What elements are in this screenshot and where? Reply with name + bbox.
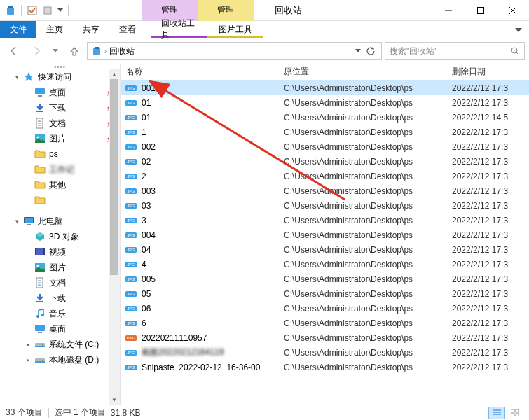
sidebar-item-folder[interactable]: ps (0, 146, 120, 162)
search-placeholder: 搜索"回收站" (390, 46, 510, 57)
file-row[interactable]: JPG03 C:\Users\Administrator\Desktop\ps … (121, 198, 529, 213)
file-row[interactable]: JPG3 C:\Users\Administrator\Desktop\ps 2… (121, 213, 529, 227)
sidebar-item-folder[interactable]: 其他 (0, 177, 120, 192)
sidebar-item-music[interactable]: 音乐 (0, 306, 120, 321)
scroll-down-icon[interactable]: ▼ (109, 395, 120, 405)
address-bar: › 回收站 搜索"回收站" (0, 38, 529, 64)
ribbon-tab-home[interactable]: 主页 (36, 21, 73, 38)
sidebar-item-picture[interactable]: 图片 (0, 260, 120, 275)
file-row[interactable]: JPG01 C:\Users\Administrator\Desktop\ps … (121, 95, 529, 110)
chevron-down-icon[interactable]: ▾ (13, 73, 21, 81)
sidebar-this-pc[interactable]: ▾此电脑 (0, 214, 120, 229)
file-deleted-date: 2022/2/12 17:3 (446, 318, 529, 328)
qat-item-icon[interactable] (40, 3, 55, 18)
search-box[interactable]: 搜索"回收站" (385, 42, 525, 60)
sidebar-item-label: 文档 (49, 118, 106, 130)
svg-text:JPG: JPG (128, 174, 135, 178)
sidebar-item-drive[interactable]: ▸本地磁盘 (D:) (0, 352, 120, 368)
ribbon-tab-picture-tools[interactable]: 图片工具 (207, 21, 263, 38)
chevron-right-icon[interactable]: ▸ (24, 340, 32, 349)
ribbon-tabs: 文件 主页 共享 查看 回收站工具 图片工具 (0, 21, 529, 38)
sidebar-item-3d[interactable]: 3D 对象 (0, 229, 120, 244)
sidebar-item-picture[interactable]: 图片📌 (0, 131, 120, 146)
sidebar-scrollbar[interactable]: ▲ ▼ (109, 69, 120, 405)
ribbon-tab-file[interactable]: 文件 (0, 21, 36, 38)
sidebar-item-download[interactable]: 下载 (0, 290, 120, 306)
maximize-button[interactable] (465, 0, 497, 21)
file-row[interactable]: JPG06 C:\Users\Administrator\Desktop\ps … (121, 301, 529, 316)
column-name[interactable]: 名称 (121, 66, 278, 78)
file-row[interactable]: JPG6 C:\Users\Administrator\Desktop\ps 2… (121, 316, 529, 330)
file-row[interactable]: JPG04 C:\Users\Administrator\Desktop\ps … (121, 242, 529, 257)
file-row[interactable]: JPG4 C:\Users\Administrator\Desktop\ps 2… (121, 257, 529, 272)
file-row[interactable]: JPG截图20220212164119 C:\Users\Administrat… (121, 345, 529, 360)
file-row[interactable]: JPG005 C:\Users\Administrator\Desktop\ps… (121, 272, 529, 286)
chevron-right-icon[interactable] (24, 263, 32, 272)
chevron-right-icon[interactable]: ▸ (24, 356, 32, 364)
file-row[interactable]: JPG02 C:\Users\Administrator\Desktop\ps … (121, 154, 529, 169)
column-deleted-date[interactable]: 删除日期 (446, 66, 529, 78)
context-tab-manage-2[interactable]: 管理 (198, 0, 254, 21)
file-name: 005 (142, 274, 156, 284)
file-name: 3 (142, 216, 146, 225)
file-row[interactable]: JPG2 C:\Users\Administrator\Desktop\ps 2… (121, 169, 529, 183)
file-name: 4 (142, 260, 146, 270)
sidebar-quick-access[interactable]: ▾快速访问 (0, 69, 120, 85)
file-name: 2 (142, 172, 146, 181)
file-deleted-date: 2022/2/12 17:3 (446, 363, 529, 372)
details-view-button[interactable] (488, 407, 505, 419)
minimize-button[interactable] (432, 0, 465, 21)
recent-dropdown-icon[interactable] (49, 42, 62, 60)
chevron-down-icon[interactable]: ▾ (13, 217, 21, 225)
close-button[interactable] (497, 0, 529, 21)
file-deleted-date: 2022/2/12 17:3 (446, 127, 529, 137)
file-row[interactable]: PNG20220211110957 C:\Users\Administrator… (121, 330, 529, 345)
sidebar-item-download[interactable]: 下载📌 (0, 100, 120, 115)
column-location[interactable]: 原位置 (278, 66, 446, 78)
svg-text:PNG: PNG (127, 336, 135, 340)
file-row[interactable]: JPG003 C:\Users\Administrator\Desktop\ps… (121, 183, 529, 198)
chevron-right-icon[interactable] (24, 325, 32, 333)
sidebar-item-desktop[interactable]: 桌面 (0, 321, 120, 337)
file-row[interactable]: JPG001 C:\Users\Administrator\Desktop\ps… (121, 80, 529, 95)
file-row[interactable]: JPG1 C:\Users\Administrator\Desktop\ps 2… (121, 125, 529, 139)
sidebar-item-desktop[interactable]: 桌面📌 (0, 85, 120, 100)
address-box[interactable]: › 回收站 (87, 42, 382, 60)
icons-view-button[interactable] (507, 407, 523, 419)
column-headers: 名称 原位置 删除日期 (121, 64, 529, 80)
up-button[interactable] (64, 42, 84, 60)
ribbon-tab-recycle-tools[interactable]: 回收站工具 (151, 21, 207, 38)
file-row[interactable]: JPG01 C:\Users\Administrator\Desktop\ps … (121, 110, 529, 125)
ribbon-tab-share[interactable]: 共享 (73, 21, 109, 38)
refresh-button[interactable] (363, 43, 378, 59)
scrollbar-thumb[interactable] (110, 79, 118, 275)
chevron-right-icon[interactable] (24, 279, 32, 287)
file-row[interactable]: JPG002 C:\Users\Administrator\Desktop\ps… (121, 139, 529, 154)
chevron-right-icon[interactable] (24, 294, 32, 302)
chevron-right-icon[interactable] (24, 232, 32, 241)
video-icon (34, 246, 46, 258)
svg-rect-24 (35, 248, 45, 255)
recycle-bin-icon[interactable] (3, 3, 18, 18)
sidebar-item-folder[interactable] (0, 192, 120, 208)
chevron-right-icon[interactable] (24, 309, 32, 318)
svg-rect-26 (43, 248, 45, 255)
qat-checkbox-icon[interactable] (25, 3, 40, 18)
sidebar-item-video[interactable]: 视频 (0, 244, 120, 260)
chevron-right-icon[interactable] (24, 248, 32, 256)
sidebar-item-folder[interactable]: 工作记 (0, 162, 120, 177)
ribbon-tab-view[interactable]: 查看 (109, 21, 146, 38)
svg-text:JPG: JPG (128, 160, 135, 164)
forward-button[interactable] (27, 42, 46, 60)
sidebar-item-document[interactable]: 文档 (0, 275, 120, 290)
qat-dropdown-icon[interactable] (55, 3, 65, 18)
back-button[interactable] (4, 42, 24, 60)
file-location: C:\Users\Administrator\Desktop\ps (278, 348, 446, 358)
ribbon-expand-icon[interactable] (508, 21, 529, 38)
scroll-up-icon[interactable]: ▲ (109, 69, 120, 79)
file-row[interactable]: JPG004 C:\Users\Administrator\Desktop\ps… (121, 227, 529, 242)
file-row[interactable]: JPGSnipaste_2022-02-12_16-36-00 C:\Users… (121, 360, 529, 374)
sidebar-item-drive[interactable]: ▸系统文件 (C:) (0, 337, 120, 352)
sidebar-item-document[interactable]: 文档📌 (0, 115, 120, 131)
file-row[interactable]: JPG05 C:\Users\Administrator\Desktop\ps … (121, 286, 529, 301)
